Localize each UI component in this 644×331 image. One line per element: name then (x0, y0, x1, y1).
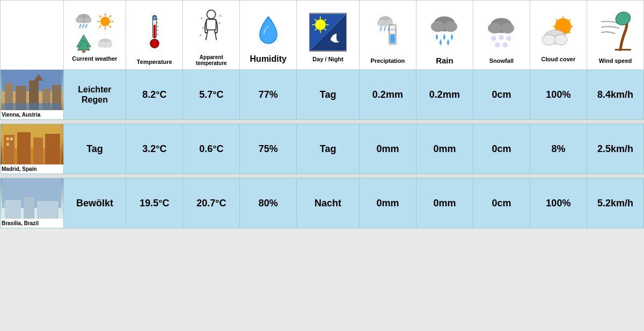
city-name-brasilia: Brasilia, Brazil (1, 219, 63, 228)
svg-rect-102 (6, 138, 9, 140)
svg-point-6 (101, 17, 110, 26)
svg-rect-100 (33, 138, 43, 164)
weather-madrid-humidity: 75% (240, 124, 297, 174)
svg-line-80 (568, 19, 570, 21)
header-apparent-temperature: Apparent temperature (183, 1, 240, 70)
svg-line-78 (556, 19, 558, 21)
col-label-wind-speed: Wind speed (599, 57, 632, 64)
svg-point-38 (200, 34, 202, 37)
separator-row-1 (1, 120, 644, 124)
svg-line-14 (99, 26, 101, 28)
svg-point-64 (444, 21, 457, 32)
weather-brasilia-rain: 0mm (416, 178, 473, 228)
svg-line-12 (109, 26, 112, 28)
weather-brasilia-wind: 5.2km/h (587, 178, 643, 228)
svg-point-20 (105, 41, 112, 47)
svg-line-4 (83, 25, 84, 28)
header-temperature: Temperature (126, 1, 183, 70)
weather-madrid-precipitation: 0mm (359, 124, 416, 174)
svg-point-84 (554, 34, 567, 45)
svg-line-32 (206, 30, 208, 40)
weather-brasilia-precipitation: 0mm (359, 178, 416, 228)
weather-brasilia-temp: 19.5°C (126, 178, 183, 228)
svg-rect-31 (207, 19, 216, 30)
col-label-rain: Rain (436, 56, 453, 65)
svg-point-24 (152, 16, 156, 20)
table-row: Madrid, Spain Tag 3.2°C 0.6°C 75% Tag 0m… (1, 124, 644, 174)
svg-rect-101 (45, 134, 60, 164)
svg-line-13 (109, 16, 112, 18)
svg-point-19 (98, 41, 106, 47)
col-label-humidity: Humidity (250, 54, 287, 64)
table-row: Brasilia, Brazil Bewölkt 19.5°C 20.7°C 8… (1, 178, 644, 228)
weather-madrid-condition: Tag (63, 124, 126, 174)
weather-vienna-condition: LeichterRegen (63, 70, 126, 120)
svg-rect-58 (390, 34, 395, 43)
svg-point-72 (503, 42, 507, 47)
svg-line-5 (86, 25, 87, 28)
col-label-current-weather: Current weather (72, 55, 117, 62)
weather-table: Current weather (0, 0, 644, 228)
svg-rect-99 (17, 132, 31, 164)
svg-line-11 (99, 16, 101, 18)
header-wind-speed: Wind speed (587, 1, 643, 70)
header-precipitation: Preciptation (359, 1, 416, 70)
weather-vienna-temp: 8.2°C (126, 70, 183, 120)
svg-point-1 (76, 17, 84, 23)
svg-point-71 (495, 42, 500, 47)
svg-line-54 (380, 26, 382, 30)
col-label-precipitation: Preciptation (371, 57, 405, 64)
svg-rect-17 (83, 49, 86, 53)
svg-point-69 (499, 35, 503, 39)
weather-vienna-cloud: 100% (530, 70, 587, 120)
city-cell-madrid: Madrid, Spain (1, 124, 64, 174)
city-cell-vienna: Vienna, Austria (1, 70, 64, 120)
city-name-madrid: Madrid, Spain (1, 164, 63, 174)
svg-line-79 (568, 31, 570, 33)
weather-madrid-cloud: 8% (530, 124, 587, 174)
header-cloud-cover: Cloud cover (530, 1, 587, 70)
header-current-weather: Current weather (63, 1, 126, 70)
weather-vienna-snowfall: 0cm (473, 70, 530, 120)
header-rain: Rain (416, 1, 473, 70)
svg-rect-95 (2, 103, 61, 110)
header-city (1, 1, 64, 70)
svg-line-3 (80, 25, 81, 28)
svg-rect-110 (2, 178, 61, 219)
table-row: Vienna, Austria LeichterRegen 8.2°C 5.7°… (1, 70, 644, 120)
svg-point-68 (492, 36, 496, 40)
svg-point-85 (614, 10, 631, 27)
header-day-night: Day / Night (297, 1, 360, 70)
svg-point-34 (201, 17, 203, 19)
weather-vienna-precipitation: 0.2mm (359, 70, 416, 120)
svg-point-83 (542, 34, 556, 45)
svg-point-35 (218, 22, 221, 24)
weather-brasilia-condition: Bewölkt (63, 178, 126, 228)
weather-vienna-daynight: Tag (297, 70, 360, 120)
svg-point-52 (377, 19, 386, 26)
svg-rect-103 (10, 138, 13, 140)
weather-brasilia-daynight: Nacht (297, 178, 360, 228)
weather-madrid-rain: 0mm (416, 124, 473, 174)
svg-point-63 (431, 21, 445, 32)
separator-row-2 (1, 174, 644, 178)
weather-vienna-humidity: 77% (240, 70, 297, 120)
svg-point-70 (507, 36, 511, 40)
weather-madrid-wind: 2.5km/h (587, 124, 643, 174)
city-cell-brasilia: Brasilia, Brazil (1, 178, 64, 228)
svg-line-33 (215, 30, 217, 40)
col-label-cloud-cover: Cloud cover (541, 56, 576, 62)
weather-brasilia-cloud: 100% (530, 178, 587, 228)
col-label-snowfall: Snowfall (489, 57, 514, 64)
col-label-apparent-temperature: Apparent temperature (185, 54, 237, 66)
svg-point-23 (150, 39, 159, 48)
svg-point-36 (202, 27, 204, 29)
svg-point-37 (219, 15, 222, 17)
col-label-day-night: Day / Night (312, 56, 343, 62)
city-name-vienna: Vienna, Austria (1, 110, 63, 119)
weather-madrid-apparent: 0.6°C (183, 124, 240, 174)
header-snowfall: Snowfall (473, 1, 530, 70)
svg-point-66 (488, 23, 502, 33)
svg-point-67 (501, 23, 514, 33)
svg-line-55 (384, 26, 385, 30)
